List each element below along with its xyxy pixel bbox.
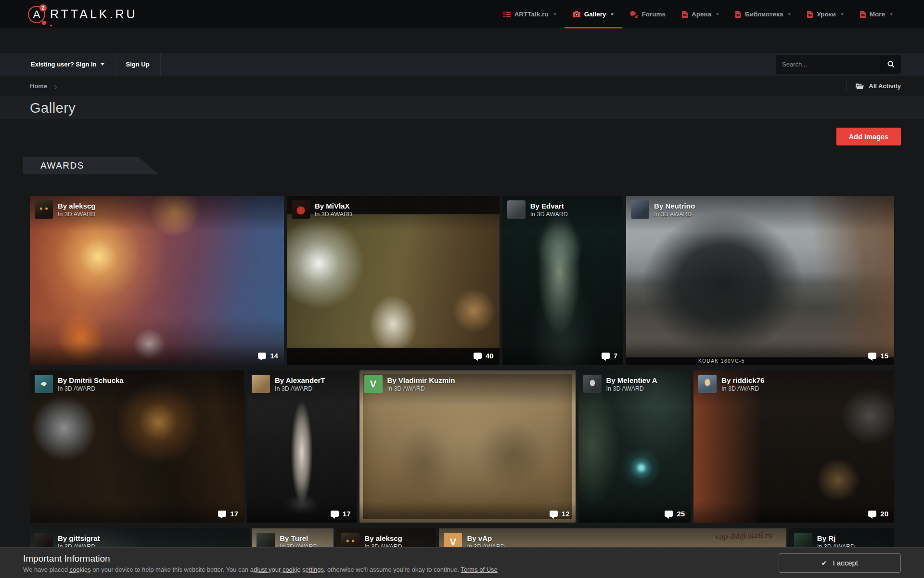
nav-item-forums[interactable]: Forums (622, 0, 674, 28)
cookie-title: Important Information (23, 553, 779, 564)
nav-label: Forums (642, 11, 666, 18)
avatar-letter: V (370, 379, 376, 390)
divider (847, 81, 847, 91)
logo-sup-2: 2 (39, 4, 47, 12)
cookie-banner: Important Information We have placed coo… (0, 547, 924, 578)
cookies-link[interactable]: cookies (70, 566, 91, 573)
card-author[interactable]: By AlexanderT (275, 376, 325, 384)
avatar[interactable]: V (364, 375, 383, 393)
nav-item-more[interactable]: More (852, 0, 901, 28)
comment-count: 7 (602, 352, 617, 360)
comment-icon (258, 353, 266, 359)
card-category[interactable]: In 3D AWARD (275, 385, 325, 392)
gallery-card[interactable]: By riddick76In 3D AWARD 20 (693, 370, 894, 523)
breadcrumb-home-link[interactable]: Home (30, 82, 47, 90)
card-author[interactable]: By vAp (467, 534, 504, 542)
card-category[interactable]: In 3D AWARD (58, 211, 95, 218)
card-author[interactable]: By alekscg (58, 202, 95, 210)
gallery-card[interactable]: V By Vladimir KuzminIn 3D AWARD 12 (359, 370, 576, 523)
avatar[interactable] (35, 200, 53, 219)
site-logo[interactable]: A 2 RTTALK.RU (28, 6, 138, 23)
gallery-card[interactable]: By AlexanderTIn 3D AWARD 17 (247, 370, 357, 523)
nav-item-arena[interactable]: Арена (674, 0, 727, 28)
gallery-card[interactable]: By Melentiev AIn 3D AWARD 25 (578, 370, 691, 523)
breadcrumb: Home › All Activity (0, 76, 924, 96)
comment-icon (665, 511, 673, 517)
gallery-card[interactable]: KODAK 160VC-5 By NeutrinoIn 3D AWARD 15 (626, 196, 894, 365)
sign-up-label: Sign Up (126, 61, 150, 68)
file-icon (682, 11, 688, 18)
gallery-card[interactable]: By alekscgIn 3D AWARD 14 (30, 196, 284, 365)
cookie-settings-link[interactable]: adjust your cookie settings (250, 566, 324, 573)
card-author[interactable]: By Dmitrii Schucka (58, 376, 124, 384)
folder-open-icon (856, 83, 864, 89)
gallery-grid: By alekscgIn 3D AWARD 14 By MiVlaXIn 3D … (30, 196, 894, 578)
card-category[interactable]: In 3D AWARD (387, 385, 455, 392)
comment-count: 14 (258, 352, 278, 360)
terms-of-use-link[interactable]: Terms of Use (461, 566, 498, 573)
card-author[interactable]: By Edvart (530, 202, 568, 210)
card-header: By riddick76In 3D AWARD (693, 370, 894, 406)
comment-icon (550, 511, 558, 517)
logo-dot-icon (42, 21, 46, 25)
card-author[interactable]: By alekscg (364, 534, 402, 542)
card-category[interactable]: In 3D AWARD (58, 385, 124, 392)
comment-count: 17 (218, 510, 238, 518)
comment-icon (218, 511, 226, 517)
card-author[interactable]: By Turel (280, 534, 317, 542)
avatar[interactable] (583, 375, 602, 393)
all-activity-link[interactable]: All Activity (847, 81, 901, 91)
card-author[interactable]: By Neutrino (654, 202, 695, 210)
gallery-card[interactable]: By Dmitrii SchuckaIn 3D AWARD 17 (30, 370, 244, 523)
all-activity-label: All Activity (869, 82, 901, 90)
card-category[interactable]: In 3D AWARD (315, 211, 352, 218)
nav-item-lessons[interactable]: Уроки (799, 0, 851, 28)
comment-icon (868, 353, 876, 359)
card-author[interactable]: By Rj (817, 534, 855, 542)
film-strip-text: KODAK 160VC-5 (626, 357, 894, 365)
card-author[interactable]: By Melentiev A (606, 376, 657, 384)
card-author[interactable]: By Vladimir Kuzmin (387, 376, 455, 384)
camera-icon (573, 11, 580, 17)
chevron-down-icon (841, 13, 844, 15)
chevron-right-icon: › (54, 81, 57, 91)
gallery-card[interactable]: By EdvartIn 3D AWARD 7 (502, 196, 623, 365)
card-header: By MiVlaXIn 3D AWARD (287, 196, 500, 231)
nav-item-arttalk[interactable]: ARTTalk.ru (495, 0, 565, 28)
comment-count: 12 (550, 510, 570, 518)
chevron-down-icon (101, 63, 104, 66)
avatar[interactable] (507, 200, 526, 219)
search-button[interactable] (881, 55, 901, 74)
file-icon (860, 11, 866, 18)
card-category[interactable]: In 3D AWARD (530, 211, 568, 218)
card-author[interactable]: By riddick76 (721, 376, 764, 384)
gallery-card[interactable]: By MiVlaXIn 3D AWARD 40 (287, 196, 500, 365)
cookie-body: We have placed cookies on your device to… (23, 566, 779, 573)
sign-up-button[interactable]: Sign Up (116, 53, 161, 76)
avatar[interactable] (631, 200, 649, 219)
nav-item-library[interactable]: Библиотека (727, 0, 799, 28)
user-bar: Existing user? Sign In Sign Up (0, 53, 924, 76)
search-input[interactable] (776, 55, 881, 74)
accept-cookies-button[interactable]: ✔ I accept (779, 553, 901, 573)
card-category[interactable]: In 3D AWARD (654, 211, 695, 218)
add-images-button[interactable]: Add Images (836, 128, 901, 145)
card-author[interactable]: By MiVlaX (315, 202, 352, 210)
card-category[interactable]: In 3D AWARD (606, 385, 657, 392)
cookie-body-text: on your device to help make this website… (91, 566, 250, 573)
avatar[interactable] (35, 375, 53, 393)
card-author[interactable]: By gittsigrat (58, 534, 100, 542)
nav-item-gallery[interactable]: Gallery (565, 0, 622, 28)
chevron-down-icon (611, 13, 614, 15)
actions-row: Add Images (0, 119, 924, 145)
gallery-row: By Dmitrii SchuckaIn 3D AWARD 17 By Alex… (30, 370, 894, 523)
avatar[interactable] (292, 200, 310, 219)
card-category[interactable]: In 3D AWARD (721, 385, 764, 392)
chevron-down-icon (788, 13, 791, 15)
section-awards-header[interactable]: AWARDS (23, 157, 159, 174)
logo-text: RTTALK.RU (50, 7, 138, 21)
sign-in-button[interactable]: Existing user? Sign In (23, 53, 116, 76)
avatar[interactable] (698, 375, 717, 393)
card-header: By alekscgIn 3D AWARD (30, 196, 284, 231)
avatar[interactable] (252, 375, 270, 393)
